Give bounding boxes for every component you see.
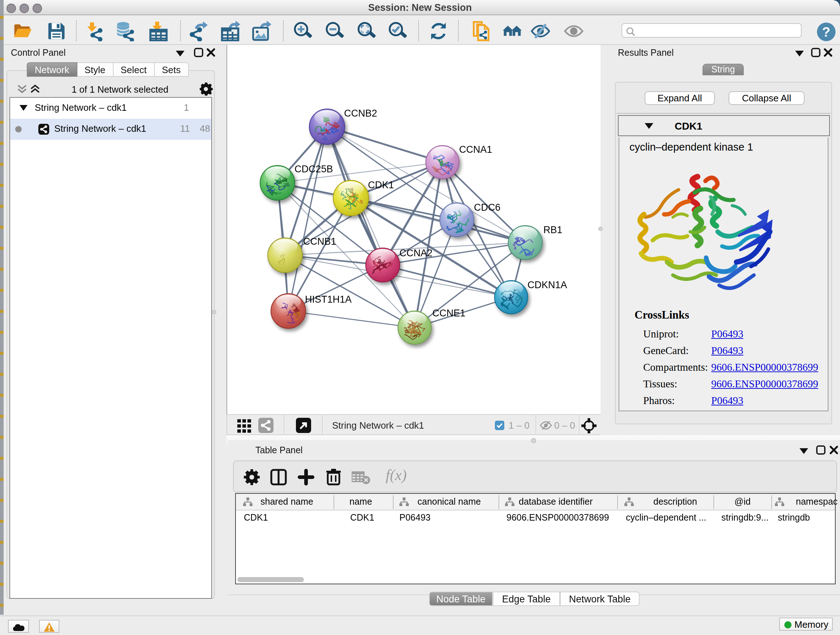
svg-text:CCNA1: CCNA1 xyxy=(459,144,493,155)
svg-text:CDKN1A: CDKN1A xyxy=(527,279,567,290)
svg-text:CCNB2: CCNB2 xyxy=(344,108,377,119)
svg-text:CDC6: CDC6 xyxy=(474,202,501,213)
svg-text:CDK1: CDK1 xyxy=(368,180,394,190)
svg-text:RB1: RB1 xyxy=(543,225,562,235)
svg-text:CCNB1: CCNB1 xyxy=(303,236,336,247)
svg-text:HIST1H1A: HIST1H1A xyxy=(305,294,352,305)
svg-text:CCNA2: CCNA2 xyxy=(399,248,433,258)
svg-text:?: ? xyxy=(822,24,831,40)
svg-text:CDC25B: CDC25B xyxy=(294,164,333,174)
svg-text:CCNE1: CCNE1 xyxy=(432,308,466,318)
